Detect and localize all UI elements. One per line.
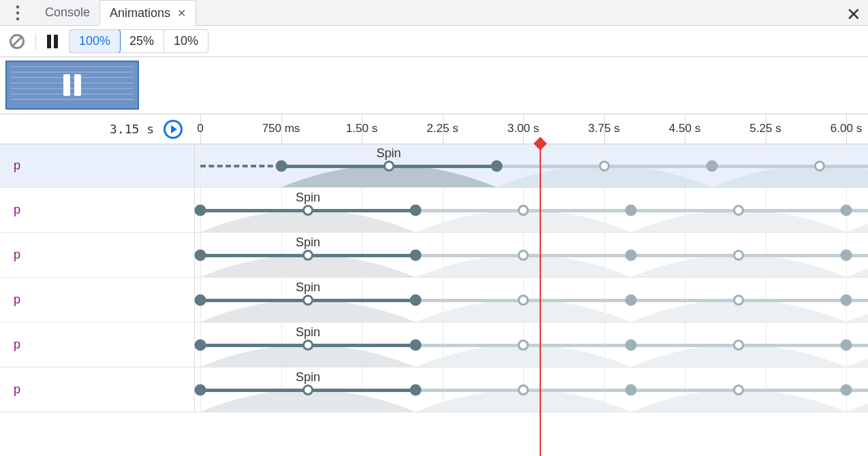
element-tag-label[interactable]: p xyxy=(0,368,195,412)
tick-label: 6.00 s xyxy=(831,122,862,135)
keyframe-dot[interactable] xyxy=(303,205,313,216)
keyframe-dot[interactable] xyxy=(599,161,610,172)
animation-groups xyxy=(0,57,868,114)
animation-name-label: Spin xyxy=(296,235,320,249)
keyframe-dot[interactable] xyxy=(303,250,313,261)
speed-10[interactable]: 10% xyxy=(164,30,208,52)
keyframe-dot[interactable] xyxy=(625,294,637,306)
speed-25[interactable]: 25% xyxy=(120,30,164,52)
row-track[interactable]: Spin xyxy=(195,233,868,277)
keyframe-dot[interactable] xyxy=(303,340,313,351)
keyframe-dot[interactable] xyxy=(733,340,744,351)
keyframe-dot[interactable] xyxy=(733,295,744,306)
tick-label: 3.00 s xyxy=(508,122,539,135)
keyframe-dot[interactable] xyxy=(625,339,637,351)
easing-hump xyxy=(846,199,868,232)
more-menu-icon[interactable] xyxy=(0,0,35,25)
animation-name-label: Spin xyxy=(296,370,320,384)
track-segment[interactable] xyxy=(416,299,868,302)
animation-row: pSpin xyxy=(0,188,868,233)
animation-row: pSpin xyxy=(0,368,868,412)
keyframe-dot[interactable] xyxy=(303,385,313,395)
keyframe-dot[interactable] xyxy=(275,160,287,172)
keyframe-dot[interactable] xyxy=(518,295,529,306)
separator xyxy=(35,33,36,50)
track-segment[interactable] xyxy=(416,254,868,257)
keyframe-dot[interactable] xyxy=(841,384,852,395)
animation-row: pSpin xyxy=(0,144,868,188)
ruler-ticks[interactable]: 0750 ms1.50 s2.25 s3.00 s3.75 s4.50 s5.2… xyxy=(195,114,868,144)
keyframe-dot[interactable] xyxy=(195,204,206,216)
keyframe-dot[interactable] xyxy=(195,339,206,351)
row-track[interactable]: Spin xyxy=(195,144,868,187)
keyframe-dot[interactable] xyxy=(841,249,852,261)
pause-all-button[interactable] xyxy=(47,35,58,48)
keyframe-dot[interactable] xyxy=(814,161,825,172)
keyframe-dot[interactable] xyxy=(733,385,744,395)
playback-speed-group: 100% 25% 10% xyxy=(69,29,208,53)
animation-row: pSpin xyxy=(0,233,868,278)
animation-name-label: Spin xyxy=(296,190,320,204)
keyframe-dot[interactable] xyxy=(518,205,529,216)
delay-segment xyxy=(200,165,281,167)
easing-hump xyxy=(846,244,868,277)
keyframe-dot[interactable] xyxy=(195,294,206,306)
row-track[interactable]: Spin xyxy=(195,368,868,412)
keyframe-dot[interactable] xyxy=(518,250,529,261)
keyframe-dot[interactable] xyxy=(410,204,422,216)
keyframe-dot[interactable] xyxy=(841,339,852,351)
svg-point-1 xyxy=(16,11,19,14)
tick-label: 0 xyxy=(197,122,203,135)
keyframe-dot[interactable] xyxy=(625,384,637,395)
speed-100[interactable]: 100% xyxy=(69,29,121,53)
keyframe-dot[interactable] xyxy=(491,160,502,172)
row-track[interactable]: Spin xyxy=(195,188,868,232)
tick-label: 3.75 s xyxy=(588,122,619,135)
keyframe-dot[interactable] xyxy=(518,385,529,395)
drawer-tabbar: Console Animations ✕ xyxy=(0,0,868,26)
tab-console[interactable]: Console xyxy=(35,0,99,25)
keyframe-dot[interactable] xyxy=(841,294,852,306)
tab-animations[interactable]: Animations ✕ xyxy=(99,0,196,26)
svg-point-2 xyxy=(16,17,19,20)
keyframe-dot[interactable] xyxy=(625,204,637,216)
track-segment[interactable] xyxy=(416,209,868,212)
element-tag-label[interactable]: p xyxy=(0,278,195,322)
keyframe-dot[interactable] xyxy=(410,339,422,351)
element-tag-label[interactable]: p xyxy=(0,144,195,187)
keyframe-dot[interactable] xyxy=(518,340,529,351)
playhead[interactable] xyxy=(540,144,541,456)
keyframe-dot[interactable] xyxy=(410,294,422,306)
keyframe-dot[interactable] xyxy=(625,249,637,261)
keyframe-dot[interactable] xyxy=(384,161,394,172)
keyframe-dot[interactable] xyxy=(195,249,206,261)
track-segment[interactable] xyxy=(416,389,868,392)
row-track[interactable]: Spin xyxy=(195,323,868,367)
animation-row: pSpin xyxy=(0,278,868,323)
keyframe-dot[interactable] xyxy=(733,205,744,216)
animation-group-thumbnail[interactable] xyxy=(5,61,139,110)
keyframe-dot[interactable] xyxy=(410,249,422,261)
track-segment[interactable] xyxy=(416,344,868,347)
element-tag-label[interactable]: p xyxy=(0,188,195,232)
animation-name-label: Spin xyxy=(296,280,320,294)
clear-all-icon[interactable] xyxy=(10,34,25,49)
track-segment[interactable] xyxy=(497,165,869,168)
close-drawer-icon[interactable]: ✕ xyxy=(846,4,861,25)
keyframe-dot[interactable] xyxy=(410,384,422,395)
keyframe-dot[interactable] xyxy=(841,204,852,216)
tab-animations-label: Animations xyxy=(110,6,170,20)
keyframe-dot[interactable] xyxy=(733,250,744,261)
element-tag-label[interactable]: p xyxy=(0,323,195,367)
animations-toolbar: 100% 25% 10% xyxy=(0,26,868,57)
close-tab-icon[interactable]: ✕ xyxy=(177,7,186,20)
row-track[interactable]: Spin xyxy=(195,278,868,322)
element-tag-label[interactable]: p xyxy=(0,233,195,277)
keyframe-dot[interactable] xyxy=(195,384,206,395)
animation-timeline: pSpinpSpinpSpinpSpinpSpinpSpin xyxy=(0,144,868,412)
keyframe-dot[interactable] xyxy=(706,160,717,172)
animation-name-label: Spin xyxy=(296,325,320,339)
play-button[interactable] xyxy=(164,120,183,139)
keyframe-dot[interactable] xyxy=(303,295,313,306)
tick-label: 5.25 s xyxy=(749,122,781,135)
